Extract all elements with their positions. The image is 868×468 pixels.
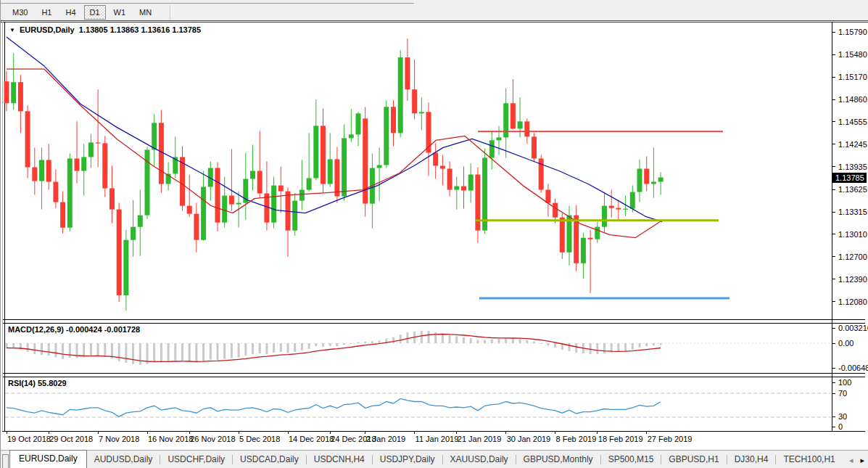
- svg-text:26 Nov 2018: 26 Nov 2018: [190, 435, 235, 443]
- svg-text:1.15790: 1.15790: [838, 28, 867, 36]
- chart-title: ▼EURUSD,Daily 1.13805 1.13863 1.13616 1.…: [9, 25, 201, 34]
- svg-text:21 Jan 2019: 21 Jan 2019: [458, 435, 502, 443]
- svg-text:2 Jan 2019: 2 Jan 2019: [366, 435, 405, 443]
- svg-text:1.13935: 1.13935: [838, 163, 867, 171]
- toolbar-separator: [170, 5, 171, 20]
- svg-text:29 Oct 2018: 29 Oct 2018: [49, 435, 93, 443]
- symbol-tab-dj30-h4[interactable]: DJ30,H4: [727, 451, 776, 468]
- tabbar-stub: [2, 454, 9, 468]
- symbol-tab-usdchf-daily[interactable]: USDCHF,Daily: [160, 451, 232, 468]
- svg-text:1.15480: 1.15480: [838, 50, 867, 59]
- svg-text:18 Feb 2019: 18 Feb 2019: [598, 435, 643, 443]
- svg-text:0.00: 0.00: [838, 339, 853, 348]
- svg-text:0.003216: 0.003216: [838, 324, 868, 332]
- svg-text:30 Jan 2019: 30 Jan 2019: [507, 435, 551, 443]
- svg-text:1.15170: 1.15170: [838, 73, 867, 81]
- svg-text:8 Feb 2019: 8 Feb 2019: [556, 435, 597, 443]
- timeframe-button-H1[interactable]: H1: [36, 5, 57, 20]
- rsi-indicator-label: RSI(14) 55.8029: [8, 379, 67, 387]
- svg-text:11 Jan 2019: 11 Jan 2019: [416, 435, 459, 443]
- symbol-tab-audusd-daily[interactable]: AUDUSD,Daily: [87, 451, 160, 468]
- svg-text:1.13010: 1.13010: [838, 230, 867, 239]
- symbol-tab-xauusd-daily[interactable]: XAUUSD,Daily: [443, 451, 516, 468]
- symbol-tab-usdjpy-daily[interactable]: USDJPY,Daily: [373, 451, 442, 468]
- svg-text:100: 100: [838, 378, 851, 387]
- svg-text:-0.00648: -0.00648: [838, 364, 868, 372]
- timeframe-button-H4[interactable]: H4: [59, 5, 81, 20]
- svg-text:1.12700: 1.12700: [838, 253, 867, 261]
- symbol-tabbar: EURUSD,DailyAUDUSD,DailyUSDCHF,DailyUSDC…: [1, 450, 868, 468]
- symbol-tab-eurusd-daily[interactable]: EURUSD,Daily: [9, 450, 87, 468]
- svg-text:16 Nov 2018: 16 Nov 2018: [148, 435, 193, 443]
- symbol-tab-usdcnh-h4[interactable]: USDCNH,H4: [307, 451, 372, 468]
- svg-text:19 Oct 2018: 19 Oct 2018: [7, 435, 51, 443]
- svg-text:14 Dec 2018: 14 Dec 2018: [289, 435, 334, 443]
- timeframe-toolbar: M30H1H4D1W1MN: [1, 4, 868, 21]
- svg-text:1.12080: 1.12080: [838, 297, 867, 306]
- svg-text:1.12390: 1.12390: [838, 275, 867, 284]
- chart-canvas[interactable]: 1.157901.154801.151701.148601.145551.142…: [1, 0, 868, 468]
- symbol-tab-sp500-m15[interactable]: SP500,M15: [601, 451, 661, 468]
- svg-text:30: 30: [838, 412, 847, 421]
- svg-text:1.13625: 1.13625: [838, 185, 867, 194]
- svg-text:5 Dec 2018: 5 Dec 2018: [239, 435, 280, 443]
- svg-text:1.13785: 1.13785: [835, 173, 864, 182]
- chart-symbol-label: EURUSD,Daily: [20, 25, 75, 34]
- svg-text:0: 0: [838, 422, 843, 431]
- chart-ohlc-values: 1.13805 1.13863 1.13616 1.13785: [79, 25, 201, 34]
- trading-terminal-window: M30H1H4D1W1MN 1.157901.154801.151701.148…: [0, 0, 868, 468]
- timeframe-button-W1[interactable]: W1: [108, 5, 132, 20]
- svg-text:7 Nov 2018: 7 Nov 2018: [99, 435, 139, 443]
- symbol-tab-gbpusd-monthly[interactable]: GBPUSD,Monthly: [516, 451, 600, 468]
- svg-text:1.14860: 1.14860: [838, 95, 867, 104]
- svg-text:70: 70: [838, 389, 847, 398]
- svg-text:27 Feb 2019: 27 Feb 2019: [648, 435, 693, 443]
- symbol-tab-gbpusd-h1[interactable]: GBPUSD,H1: [661, 451, 726, 468]
- symbol-dropdown-icon[interactable]: ▼: [9, 27, 15, 33]
- svg-text:1.14555: 1.14555: [838, 118, 867, 126]
- symbol-tab-tech100-h1[interactable]: TECH100,H1: [776, 451, 842, 468]
- tab-scroll-left-icon[interactable]: ◂: [849, 456, 853, 464]
- symbol-tab-usdcad-daily[interactable]: USDCAD,Daily: [233, 451, 306, 468]
- timeframe-button-D1[interactable]: D1: [84, 5, 106, 20]
- macd-indicator-label: MACD(12,26,9) -0.000424 -0.001728: [8, 325, 140, 334]
- svg-text:1.13315: 1.13315: [838, 208, 867, 216]
- tab-scroll-right-icon[interactable]: ▸: [860, 456, 864, 464]
- timeframe-button-M30[interactable]: M30: [7, 5, 33, 20]
- svg-text:1.14245: 1.14245: [838, 140, 867, 149]
- timeframe-button-MN[interactable]: MN: [133, 5, 157, 20]
